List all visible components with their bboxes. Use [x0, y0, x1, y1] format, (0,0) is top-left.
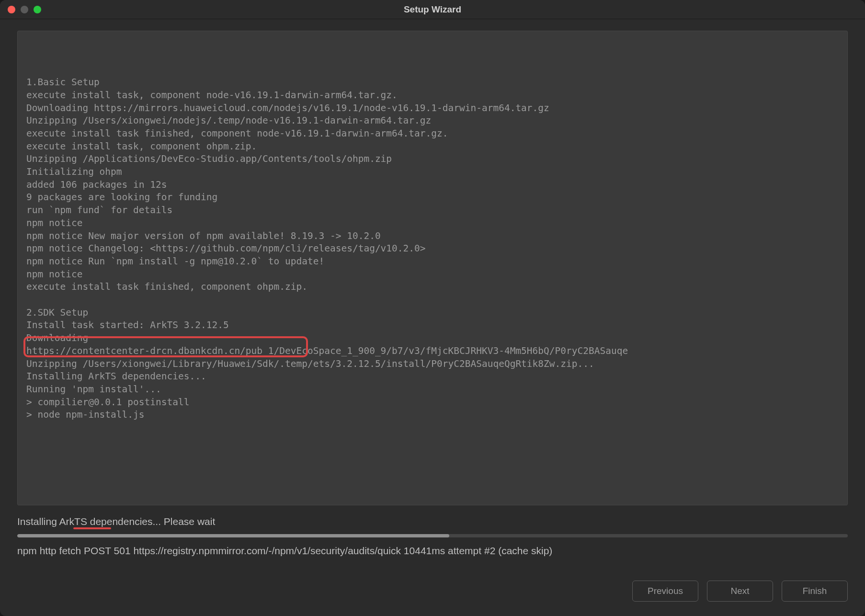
progress-fill	[17, 534, 449, 537]
button-row: Previous Next Finish	[17, 581, 848, 606]
log-line: Unzipping /Applications/DevEco-Studio.ap…	[26, 153, 839, 166]
previous-button[interactable]: Previous	[632, 581, 698, 602]
log-line: npm notice Run `npm install -g npm@10.2.…	[26, 255, 839, 268]
log-line: Unzipping /Users/xiongwei/nodejs/.temp/n…	[26, 114, 839, 127]
log-line: execute install task finished, component…	[26, 281, 839, 294]
log-line	[26, 294, 839, 307]
log-line: added 106 packages in 12s	[26, 179, 839, 192]
finish-button[interactable]: Finish	[782, 581, 848, 602]
close-icon[interactable]	[8, 6, 15, 13]
log-line: npm notice	[26, 217, 839, 230]
log-line: Downloading https://mirrors.huaweicloud.…	[26, 102, 839, 115]
status-area: Installing ArkTS dependencies... Please …	[17, 516, 848, 557]
log-line: npm notice New major version of npm avai…	[26, 230, 839, 243]
log-line: execute install task finished, component…	[26, 127, 839, 140]
log-line: 1.Basic Setup	[26, 76, 839, 89]
next-button[interactable]: Next	[707, 581, 773, 602]
log-line: execute install task, component node-v16…	[26, 89, 839, 102]
status-text: Installing ArkTS dependencies... Please …	[17, 516, 215, 527]
log-line: Unzipping /Users/xiongwei/Library/Huawei…	[26, 358, 839, 371]
log-line: > compilier@0.0.1 postinstall	[26, 396, 839, 409]
install-log[interactable]: 1.Basic Setupexecute install task, compo…	[17, 31, 848, 505]
log-line: Running 'npm install'...	[26, 383, 839, 396]
annotation-underline	[73, 527, 111, 529]
setup-wizard-window: Setup Wizard 1.Basic Setupexecute instal…	[0, 0, 865, 616]
log-line: Downloading	[26, 332, 839, 345]
log-line: https://contentcenter-drcn.dbankcdn.cn/p…	[26, 345, 839, 358]
log-line: 9 packages are looking for funding	[26, 191, 839, 204]
log-line: 2.SDK Setup	[26, 307, 839, 319]
traffic-lights	[8, 6, 41, 13]
log-line: Install task started: ArkTS 3.2.12.5	[26, 319, 839, 332]
log-line: npm notice	[26, 268, 839, 281]
content-area: 1.Basic Setupexecute install task, compo…	[0, 19, 865, 616]
maximize-icon[interactable]	[34, 6, 41, 13]
status-text-label: Installing ArkTS dependencies... Please …	[17, 516, 215, 527]
log-line: execute install task, component ohpm.zip…	[26, 140, 839, 153]
window-title: Setup Wizard	[404, 4, 461, 15]
minimize-icon[interactable]	[21, 6, 28, 13]
log-line: > node npm-install.js	[26, 409, 839, 422]
log-line: npm notice Changelog: <https://github.co…	[26, 242, 839, 255]
titlebar: Setup Wizard	[0, 0, 865, 19]
log-line: Installing ArkTS dependencies...	[26, 370, 839, 383]
log-line: Initializing ohpm	[26, 166, 839, 179]
status-detail: npm http fetch POST 501 https://registry…	[17, 545, 848, 557]
progress-bar	[17, 534, 848, 537]
log-line: run `npm fund` for details	[26, 204, 839, 217]
